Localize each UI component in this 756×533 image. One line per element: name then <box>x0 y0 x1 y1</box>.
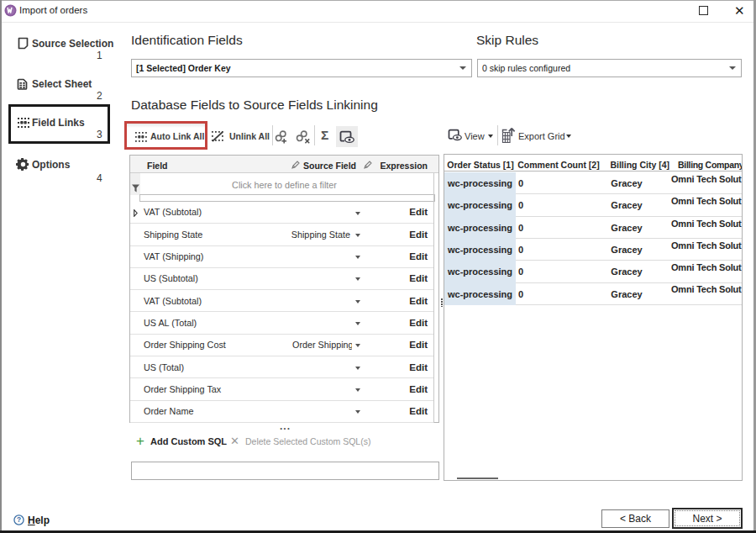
svg-text:?: ? <box>17 515 21 524</box>
